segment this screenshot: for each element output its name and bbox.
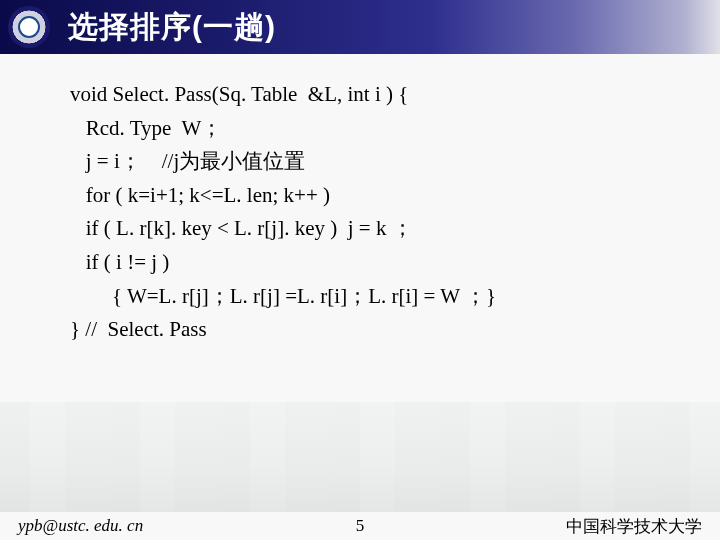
title-bar: 选择排序(一趟) bbox=[0, 0, 720, 54]
code-line: { W=L. r[j]；L. r[j] =L. r[i]；L. r[i] = W… bbox=[70, 280, 660, 314]
code-line: } // Select. Pass bbox=[70, 313, 660, 347]
code-block: void Select. Pass(Sq. Table &L, int i ) … bbox=[0, 54, 720, 347]
footer-org: 中国科学技术大学 bbox=[566, 515, 702, 538]
code-line: if ( L. r[k]. key < L. r[j]. key ) j = k… bbox=[70, 212, 660, 246]
code-line: Rcd. Type W； bbox=[70, 112, 660, 146]
ustc-logo bbox=[8, 6, 50, 48]
code-line: j = i； //j为最小值位置 bbox=[70, 145, 660, 179]
slide-number: 5 bbox=[356, 516, 365, 536]
code-line: for ( k=i+1; k<=L. len; k++ ) bbox=[70, 179, 660, 213]
campus-background bbox=[0, 402, 720, 512]
footer: ypb@ustc. edu. cn 5 中国科学技术大学 bbox=[0, 512, 720, 540]
code-line: void Select. Pass(Sq. Table &L, int i ) … bbox=[70, 78, 660, 112]
footer-email: ypb@ustc. edu. cn bbox=[18, 516, 143, 536]
slide-title: 选择排序(一趟) bbox=[68, 7, 276, 48]
code-line: if ( i != j ) bbox=[70, 246, 660, 280]
